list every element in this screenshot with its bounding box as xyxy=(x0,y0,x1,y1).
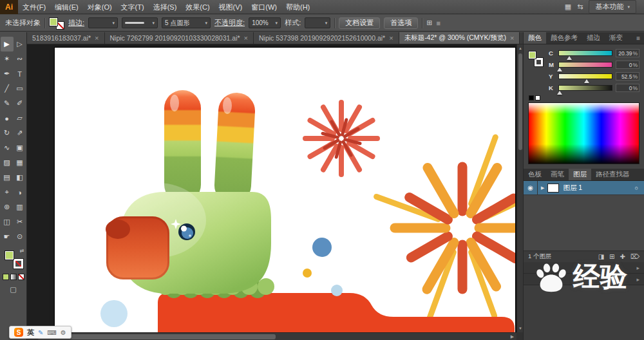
menu-edit[interactable]: 编辑(E) xyxy=(50,0,83,14)
horizontal-scrollbar[interactable]: ◀ ▶ xyxy=(27,332,516,340)
tool-mesh[interactable]: ▤ xyxy=(1,170,14,185)
layer-row[interactable]: ◉ ▶ 图层 1 ○ xyxy=(524,181,644,195)
tool-rectangle[interactable]: ▭ xyxy=(14,81,26,96)
black-value-field[interactable]: 0 % xyxy=(616,84,639,92)
artwork-canvas[interactable] xyxy=(55,48,515,332)
magenta-slider[interactable] xyxy=(558,62,612,68)
artboard[interactable] xyxy=(55,48,515,332)
black-slider[interactable] xyxy=(558,85,612,91)
horizontal-scroll-thumb[interactable] xyxy=(37,334,276,339)
tab-gradient[interactable]: 渐变 xyxy=(605,32,627,44)
tool-eyedropper[interactable]: ⌖ xyxy=(1,185,14,200)
collapsed-panel-row[interactable]: ▸ xyxy=(524,262,644,274)
llama-muzzle[interactable] xyxy=(106,216,169,279)
document-setup-button[interactable]: 文档设置 xyxy=(339,17,380,29)
screen-mode-icon[interactable]: ▢ xyxy=(10,285,16,294)
new-layer-icon[interactable]: ✚ xyxy=(620,253,625,260)
yellow-value-field[interactable]: 52.5 % xyxy=(616,72,639,80)
firework-small[interactable] xyxy=(305,102,377,175)
arrange-documents-icon[interactable]: ▦ xyxy=(565,3,571,11)
document-tab[interactable]: Nipic 537398 20190929202152610000.ai* × xyxy=(254,32,399,44)
menu-type[interactable]: 文字(T) xyxy=(117,0,149,14)
vertical-scroll-thumb[interactable] xyxy=(518,53,522,150)
slider-thumb[interactable] xyxy=(557,68,562,71)
tool-zoom[interactable]: ⊙ xyxy=(14,229,26,244)
close-icon[interactable]: × xyxy=(510,35,514,42)
fill-swatch[interactable] xyxy=(528,51,536,59)
layer-name[interactable]: 图层 1 xyxy=(563,184,582,193)
swap-fill-stroke-icon[interactable]: ⇄ xyxy=(20,248,24,254)
brush-dropdown[interactable]: 5 点圆形 ▾ xyxy=(162,17,211,28)
slider-thumb[interactable] xyxy=(567,56,572,60)
opacity-dropdown[interactable]: 100% ▾ xyxy=(249,17,281,28)
tab-stroke[interactable]: 描边 xyxy=(582,32,605,44)
tab-pathfinder[interactable]: 路径查找器 xyxy=(591,169,634,180)
dot-yellow[interactable] xyxy=(303,269,312,278)
workspace-switcher[interactable]: 基本功能 ▾ xyxy=(589,0,636,14)
vertical-scrollbar[interactable]: ▲ ▼ xyxy=(516,44,523,332)
scroll-right-icon[interactable]: ▶ xyxy=(508,333,516,340)
tool-lasso[interactable]: ∾ xyxy=(14,52,26,66)
yellow-slider[interactable] xyxy=(558,73,612,79)
menu-select[interactable]: 选择(S) xyxy=(149,0,182,14)
align-options-icon[interactable]: ⊞ xyxy=(426,19,432,27)
tool-blob-brush[interactable]: ● xyxy=(1,111,14,126)
magenta-value-field[interactable]: 0 % xyxy=(616,61,639,69)
tool-eraser[interactable]: ▱ xyxy=(14,111,26,126)
pen-icon[interactable]: ✎ xyxy=(38,329,43,336)
tool-artboard[interactable]: ◫ xyxy=(1,214,14,229)
tool-blend[interactable]: ◑ xyxy=(14,185,26,200)
fill-stroke-proxy[interactable] xyxy=(49,17,64,30)
menu-object[interactable]: 对象(O) xyxy=(83,0,117,14)
tool-gradient[interactable]: ◧ xyxy=(14,170,26,185)
switch-screen-icon[interactable]: ⇆ xyxy=(577,3,583,11)
tool-type[interactable]: T xyxy=(14,66,26,81)
close-icon[interactable]: × xyxy=(244,35,248,42)
gradient-button[interactable] xyxy=(10,274,17,280)
menu-help[interactable]: 帮助(H) xyxy=(281,0,314,14)
menu-file[interactable]: 文件(F) xyxy=(18,0,50,14)
tool-direct-selection[interactable]: ▷ xyxy=(14,37,26,52)
none-button[interactable] xyxy=(18,274,24,280)
color-spectrum[interactable] xyxy=(528,102,639,164)
tool-width[interactable]: ∿ xyxy=(1,140,14,155)
tool-scale[interactable]: ⇗ xyxy=(14,126,26,140)
tool-magic-wand[interactable]: ✶ xyxy=(1,52,14,66)
tool-perspective-grid[interactable]: ▦ xyxy=(14,155,26,170)
make-mask-icon[interactable]: ◨ xyxy=(598,253,604,260)
tab-swatches[interactable]: 色板 xyxy=(524,169,546,180)
panel-menu-icon[interactable]: ≡ xyxy=(632,32,644,44)
fill-stroke-proxy[interactable] xyxy=(528,49,544,75)
fill-swatch[interactable] xyxy=(5,250,14,260)
slider-thumb[interactable] xyxy=(557,91,562,95)
dot-light-blue-large[interactable] xyxy=(100,300,128,327)
dot-light-blue-small[interactable] xyxy=(331,285,343,296)
preferences-button[interactable]: 首选项 xyxy=(384,17,418,29)
cyan-slider[interactable] xyxy=(558,50,612,56)
tool-line-segment[interactable]: ╱ xyxy=(1,81,14,96)
stroke-swatch[interactable] xyxy=(14,259,23,269)
settings-gear-icon[interactable]: ⚙ xyxy=(61,329,66,336)
stroke-link[interactable]: 描边: xyxy=(68,18,84,28)
layer-target-icon[interactable]: ○ xyxy=(635,185,638,191)
width-profile-dropdown[interactable]: ▾ xyxy=(122,17,158,28)
close-icon[interactable]: × xyxy=(389,35,393,42)
new-sublayer-icon[interactable]: ⊞ xyxy=(609,253,614,260)
style-dropdown[interactable]: ▾ xyxy=(305,17,330,28)
opacity-link[interactable]: 不透明度: xyxy=(214,18,245,28)
llama-body[interactable] xyxy=(158,293,515,332)
tool-paintbrush[interactable]: ✎ xyxy=(1,96,14,111)
black-swatch[interactable] xyxy=(529,95,534,100)
tool-selection[interactable]: ▶ xyxy=(1,37,14,52)
visibility-eye-icon[interactable]: ◉ xyxy=(524,181,538,194)
tool-hand[interactable]: ☛ xyxy=(1,229,14,244)
ime-language-toggle[interactable]: 英 xyxy=(27,328,34,337)
canvas-pasteboard[interactable]: ◀ ▶ ▲ ▼ xyxy=(27,44,523,340)
menu-effect[interactable]: 效果(C) xyxy=(181,0,214,14)
color-button[interactable] xyxy=(3,274,9,280)
ime-logo[interactable]: S xyxy=(14,328,23,337)
tool-column-graph[interactable]: ▥ xyxy=(14,200,26,214)
tool-slice[interactable]: ✂ xyxy=(14,214,26,229)
stroke-weight-dropdown[interactable]: ▾ xyxy=(88,17,118,28)
collapsed-panel-row[interactable]: ▸ xyxy=(524,274,644,285)
